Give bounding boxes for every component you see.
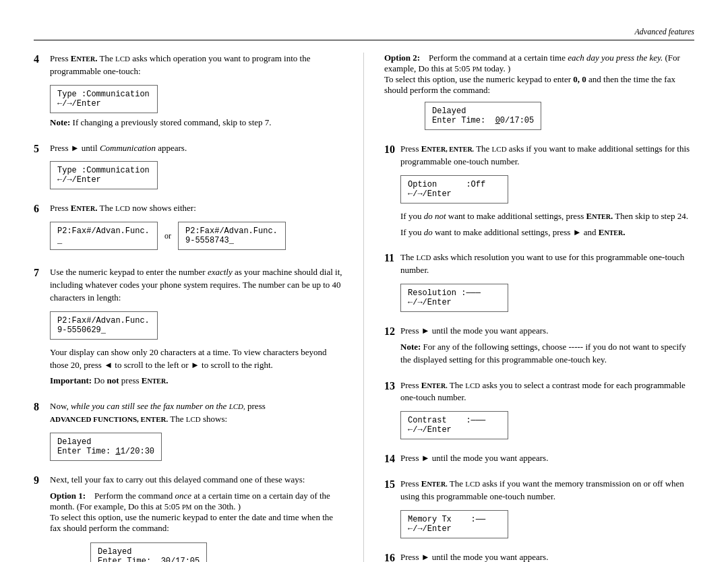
lcd-display-13: Contrast :——— ←/→/Enter [400, 411, 508, 439]
enter-key: ENTER. [71, 53, 98, 63]
lcd-label-11: LCD [416, 253, 431, 261]
step-4-number: 4 [34, 53, 46, 133]
enter-key-6: ENTER. [71, 203, 98, 213]
enter-enter: ENTER, ENTER. [421, 144, 474, 154]
step-15-content: Press ENTER. The LCD asks if you want th… [400, 478, 694, 542]
step-5: 5 Press ► until Communication appears. T… [34, 142, 343, 193]
step-14-text: Press ► until the mode you want appears. [400, 452, 694, 465]
step-5-number: 5 [34, 142, 46, 193]
lcd-label-13: LCD [465, 381, 480, 389]
lcd-display-11: Resolution :——— ←/→/Enter [400, 284, 508, 312]
option-1-text: Perform the command once at a certain ti… [50, 491, 333, 533]
option-1-label: Option 1: [50, 491, 86, 501]
step-7-number: 7 [34, 266, 46, 391]
header-title: Advanced features [634, 27, 694, 36]
lcd-left-6: P2:Fax#/Advan.Func. _ [50, 222, 158, 250]
enter-key-15: ENTER. [421, 478, 448, 489]
enter-10b: ENTER. [599, 227, 626, 237]
step-16: 16 Press ► until the mode you want appea… [384, 551, 694, 562]
step-5-text: Press ► until Communication appears. [50, 142, 343, 155]
note-label-12: Note: [400, 342, 421, 352]
step-9-number: 9 [34, 474, 46, 562]
step-9-intro: Next, tell your fax to carry out this de… [50, 474, 343, 487]
step-5-content: Press ► until Communication appears. Typ… [50, 142, 343, 193]
exactly-text: exactly [208, 267, 233, 277]
or-label: or [164, 231, 171, 241]
option-2-italic: each day you press the key. [568, 53, 663, 63]
lcd-label-8: LCD [186, 415, 201, 423]
step-6-number: 6 [34, 202, 46, 257]
step-13-content: Press ENTER. The LCD asks you to select … [400, 379, 694, 443]
lcd-label-6: LCD [115, 204, 130, 212]
step-10-content: Press ENTER, ENTER. The LCD asks if you … [400, 143, 694, 242]
step-10: 10 Press ENTER, ENTER. The LCD asks if y… [384, 143, 694, 242]
step-8-number: 8 [34, 400, 46, 464]
option-2-keys: 0, 0 [573, 74, 586, 84]
step-13: 13 Press ENTER. The LCD asks you to sele… [384, 379, 694, 443]
enter-text-7: ENTER. [142, 375, 169, 385]
step-12-number: 12 [384, 325, 396, 370]
left-column: 4 Press ENTER. The LCD asks which operat… [34, 53, 364, 562]
step-10-number: 10 [384, 143, 396, 242]
step-6: 6 Press ENTER. The LCD now shows either:… [34, 202, 343, 257]
step-11: 11 The LCD asks which resolution you wan… [384, 251, 694, 315]
step-11-text: The LCD asks which resolution you want t… [400, 251, 694, 277]
lcd-display-opt2: Delayed Enter Time: 00/17:05 [425, 102, 541, 130]
step-10-not-text: If you do not want to make additional se… [400, 210, 694, 223]
lcd-display-5: Type :Communication ←/→/Enter [50, 161, 158, 189]
option-2-lcd-container: Delayed Enter Time: 00/17:05 [384, 98, 694, 133]
step-14-number: 14 [384, 452, 396, 468]
do-italic: do [424, 227, 433, 237]
step-7-important: Important: Do not press ENTER. [50, 375, 343, 387]
note-label: Note: [50, 117, 70, 127]
step-4: 4 Press ENTER. The LCD asks which operat… [34, 53, 343, 133]
step-13-number: 13 [384, 379, 396, 443]
step-11-content: The LCD asks which resolution you want t… [400, 251, 694, 315]
step-13-text: Press ENTER. The LCD asks you to select … [400, 379, 694, 405]
lcd-label-10: LCD [492, 145, 507, 153]
step-12: 12 Press ► until the mode you want appea… [384, 325, 694, 370]
right-column: Option 2: Perform the command at a certa… [364, 53, 694, 562]
enter-10a: ENTER. [586, 211, 613, 221]
page: Advanced features 4 Press ENTER. The LCD… [0, 0, 728, 562]
step-8: 8 Now, while you can still see the fax n… [34, 400, 343, 464]
step-8-italic: while you can still see the fax number o… [71, 401, 245, 411]
option-2-label: Option 2: [384, 53, 420, 63]
step-12-content: Press ► until the mode you want appears.… [400, 325, 694, 370]
step-7-scroll-text: Your display can show only 20 characters… [50, 346, 343, 372]
step-8-content: Now, while you can still see the fax num… [50, 400, 343, 464]
step-4-text: Press ENTER. The LCD asks which operatio… [50, 53, 343, 78]
lcd-display-4: Type :Communication ←/→/Enter [50, 85, 158, 113]
step-8-text: Now, while you can still see the fax num… [50, 400, 343, 426]
step-15-number: 15 [384, 478, 396, 542]
step-16-content: Press ► until the mode you want appears. [400, 551, 694, 562]
lcd-display-9-opt1: Delayed Enter Time: 30/17:05 [90, 542, 207, 562]
lcd-pair-6: P2:Fax#/Advan.Func. _ or P2:Fax#/Advan.F… [50, 218, 343, 253]
step-11-number: 11 [384, 251, 396, 315]
step-4-content: Press ENTER. The LCD asks which operatio… [50, 53, 343, 133]
step-12-note: Note: For any of the following settings,… [400, 341, 694, 367]
once-text: once [175, 491, 192, 501]
lcd-display-10: Option :Off ←/→/Enter [400, 175, 508, 204]
step-15: 15 Press ENTER. The LCD asks if you want… [384, 478, 694, 542]
enter-key-13: ENTER. [421, 380, 448, 390]
lcd-label: LCD [115, 55, 130, 63]
option-2-header: Option 2: Perform the command at a certa… [384, 53, 694, 96]
step-7: 7 Use the numeric keypad to enter the nu… [34, 266, 343, 391]
lcd-right-6: P2:Fax#/Advan.Func. 9-5558743_ [178, 222, 286, 250]
option-1-lcd-container: Delayed Enter Time: 30/17:05 [50, 539, 343, 562]
step-9-content: Next, tell your fax to carry out this de… [50, 474, 343, 562]
advanced-functions-label: ADVANCED FUNCTIONS, ENTER. [50, 415, 168, 423]
step-10-text: Press ENTER, ENTER. The LCD asks if you … [400, 143, 694, 168]
option-2-step: Option 2: Perform the command at a certa… [384, 53, 694, 133]
step-10-do-text: If you do want to make additional settin… [400, 226, 694, 239]
not-text: not [107, 375, 119, 385]
step-16-number: 16 [384, 551, 396, 562]
step-12-text: Press ► until the mode you want appears. [400, 325, 694, 338]
step-14-content: Press ► until the mode you want appears. [400, 452, 694, 468]
step-6-text: Press ENTER. The LCD now shows either: [50, 202, 343, 215]
lcd-display-8: Delayed Enter Time: 11/20:30 [50, 433, 162, 461]
step-6-content: Press ENTER. The LCD now shows either: P… [50, 202, 343, 257]
step-16-text: Press ► until the mode you want appears. [400, 551, 694, 562]
page-header: Advanced features [34, 27, 694, 40]
